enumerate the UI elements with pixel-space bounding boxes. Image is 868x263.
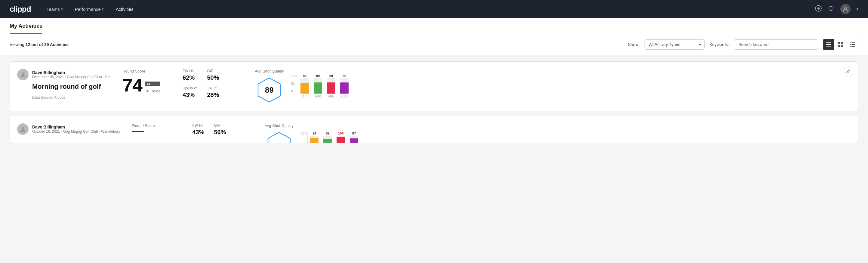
svg-rect-4 <box>826 42 831 43</box>
grid-view-button[interactable] <box>835 39 846 50</box>
filter-bar: Viewing 12 out of 29 Activities Show: Al… <box>0 34 868 55</box>
stats-section: FW Hit 62% Up/Down 43% GIR 50% 1 Putt 28… <box>183 69 243 98</box>
chevron-down-icon: ▾ <box>61 7 63 11</box>
page-title: My Activities <box>10 18 42 34</box>
stat-fw-hit: FW Hit 43% <box>192 123 204 136</box>
svg-line-19 <box>849 70 850 71</box>
avg-shot-quality-section: Avg Shot Quality 100 94 <box>265 123 358 143</box>
navbar: clippd Teams ▾ Performance ▾ Activities <box>0 0 868 18</box>
bar-value-app: 90 <box>316 74 320 78</box>
avg-shot-quality-section: Avg Shot Quality 89 100 50 0 <box>255 69 349 104</box>
activity-card: Dave Billingham October 16, 2021 · Gog M… <box>10 116 858 143</box>
card-left: Dave Billingham December 05, 2021 · Gog … <box>17 69 111 99</box>
list-view-button[interactable] <box>847 39 858 50</box>
activity-type-select[interactable]: All Activity Types <box>645 39 705 50</box>
user-date: October 16, 2021 · Gog Magog Golf Club ·… <box>32 129 120 134</box>
nav-icons: ▾ <box>815 4 858 14</box>
shot-quality-label: Avg Shot Quality <box>265 123 293 128</box>
svg-rect-15 <box>850 44 851 45</box>
svg-rect-7 <box>838 42 840 44</box>
bar-value-ott: 85 <box>303 74 307 78</box>
stat-fw-hit: FW Hit 62% <box>183 69 197 81</box>
svg-rect-8 <box>841 42 843 44</box>
user-row: Dave Billingham October 16, 2021 · Gog M… <box>17 123 120 135</box>
activity-type-select-wrapper[interactable]: All Activity Types <box>645 39 705 50</box>
card-left: Dave Billingham October 16, 2021 · Gog M… <box>17 123 120 137</box>
user-row: Dave Billingham December 05, 2021 · Gog … <box>17 69 111 80</box>
svg-rect-11 <box>851 42 855 43</box>
edit-button[interactable] <box>844 66 853 76</box>
data-source: Data Source: Arccos <box>32 95 111 99</box>
avatar <box>17 123 29 135</box>
logo[interactable]: clippd <box>10 4 31 14</box>
chevron-down-icon: ▾ <box>102 7 104 11</box>
svg-rect-6 <box>826 46 831 47</box>
shot-quality-chart-2: 100 94 OTT 82 <box>301 132 358 143</box>
svg-rect-12 <box>851 44 855 45</box>
svg-marker-21 <box>268 133 290 143</box>
search-input[interactable] <box>734 39 818 50</box>
round-score-label: Round Score <box>122 69 170 74</box>
shot-quality-hexagon: 89 <box>256 77 283 104</box>
keywords-label: Keywords: <box>710 42 729 47</box>
svg-point-17 <box>22 72 24 75</box>
round-score-label: Round Score <box>132 123 180 128</box>
svg-rect-13 <box>851 46 855 47</box>
score-number: 74 <box>122 77 143 94</box>
nav-item-teams[interactable]: Teams ▾ <box>45 4 64 14</box>
svg-rect-14 <box>850 42 851 43</box>
shot-quality-label: Avg Shot Quality <box>255 69 284 74</box>
show-label: Show: <box>628 42 640 47</box>
bar-label-app: APP <box>315 95 321 98</box>
nav-item-performance[interactable]: Performance ▾ <box>74 4 105 14</box>
score-badge: +4 <box>145 82 160 86</box>
sub-header: My Activities <box>0 18 868 34</box>
avatar <box>17 69 29 80</box>
activity-list: Dave Billingham December 05, 2021 · Gog … <box>0 55 868 154</box>
view-buttons <box>823 39 858 50</box>
bar-value-arg: 89 <box>329 74 333 78</box>
viewing-count: Viewing 12 out of 29 Activities <box>10 42 623 47</box>
refresh-icon[interactable] <box>828 5 834 13</box>
svg-rect-9 <box>838 45 840 47</box>
svg-point-20 <box>22 127 24 129</box>
stat-1putt: 1 Putt 28% <box>207 86 219 98</box>
stats-section: FW Hit 43% GIR 56% <box>192 123 252 136</box>
round-score-section: Round Score <box>132 123 180 132</box>
user-date: December 05, 2021 · Gog Magog Golf Club … <box>32 75 111 79</box>
stat-gir: GIR 56% <box>214 123 226 136</box>
bar-value-putt: 89 <box>343 74 346 78</box>
svg-point-3 <box>844 7 847 9</box>
svg-rect-16 <box>850 46 851 47</box>
activity-title: Morning round of golf <box>32 83 111 91</box>
bar-label-arg: ARG <box>328 95 335 98</box>
stat-updown: Up/Down 43% <box>183 86 197 98</box>
shot-quality-chart: 100 50 0 85 OTT <box>291 74 349 98</box>
round-score-section: Round Score 74 +4 18 Holes <box>122 69 170 94</box>
bar-label-ott: OTT <box>302 95 308 98</box>
stat-gir: GIR 50% <box>207 69 219 81</box>
nav-item-activities[interactable]: Activities <box>115 4 135 14</box>
list-dense-view-button[interactable] <box>823 39 834 50</box>
bar-label-putt: PUTT <box>340 95 348 98</box>
user-name: Dave Billingham <box>32 70 111 75</box>
activity-card: Dave Billingham December 05, 2021 · Gog … <box>10 61 858 111</box>
score-holes: 18 Holes <box>145 89 160 93</box>
user-name: Dave Billingham <box>32 124 120 129</box>
avatar-chevron: ▾ <box>857 7 858 11</box>
user-avatar-icon[interactable] <box>840 4 850 14</box>
svg-rect-5 <box>826 44 831 45</box>
add-icon[interactable] <box>815 5 822 13</box>
shot-quality-hexagon <box>266 131 292 143</box>
svg-rect-10 <box>841 45 843 47</box>
